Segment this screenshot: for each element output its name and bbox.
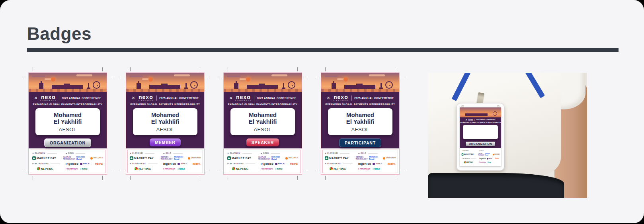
blank-name-area — [463, 125, 498, 139]
crop-mark — [130, 67, 131, 71]
page-title: Badges — [27, 24, 644, 44]
nexo-logo-icon: ✕ — [132, 95, 135, 101]
attendee-organization: AFSOL — [37, 127, 98, 132]
conference-label: 2025 ANNUAL CONFERENCE — [62, 97, 101, 99]
crop-mark — [200, 176, 200, 180]
crop-mark — [325, 176, 326, 180]
logo-discover: DISCOVER — [188, 157, 201, 160]
logo-market-pay: ☘MARKET PAY — [227, 156, 251, 160]
crop-mark — [316, 77, 320, 77]
worn-badge: ✕ nexo | 2025 ANNUAL CONFERENCE EXPANDIN… — [460, 107, 501, 166]
fime-lines-icon: ≡ — [80, 168, 82, 170]
crop-mark — [228, 176, 228, 180]
palace-roof — [64, 84, 70, 85]
crop-mark — [33, 176, 33, 180]
crop-mark — [395, 67, 395, 71]
cloud-shape — [76, 74, 92, 76]
crop-mark — [108, 77, 112, 77]
market-pay-icon: ☘ — [32, 156, 36, 160]
badge-preview-participant[interactable]: ✕ nexo STANDARDS 2025 ANNUAL CONFERENCE … — [321, 73, 399, 174]
attendee-name-card: Mohamed El Yakhlifi AFSOL — [328, 108, 392, 135]
city-sunset-illustration — [460, 107, 501, 117]
logo-fiserv: fiserv. — [290, 162, 298, 165]
palace-silhouette — [52, 85, 83, 89]
crop-mark — [218, 170, 222, 170]
role-pill-organization: ORGANIZATION — [466, 142, 495, 146]
sun-icon — [343, 77, 348, 82]
discover-dot-icon — [90, 157, 93, 160]
crop-mark — [401, 170, 405, 170]
crop-mark — [303, 170, 307, 170]
sponsors-panel: ♛PLATINUM ◆GOLD ☘MARKET PAY CASTLES TECH… — [322, 150, 398, 173]
plus-icon: ✚ — [32, 163, 34, 165]
crop-mark — [121, 170, 125, 170]
logo-bpce: BPCE — [178, 162, 187, 165]
sponsors-panel: ♛PLATINUM ◆GOLD ☘MARKET PAY CASTLES TECH… — [460, 148, 501, 166]
crop-mark — [102, 67, 103, 71]
logo-ingenico: ingenico — [66, 162, 78, 166]
crop-mark — [23, 77, 27, 77]
logo-fime: ≡fime — [373, 168, 380, 170]
attendee-name-card: Mohamed El Yakhlifi AFSOL — [35, 108, 100, 135]
role-pill-organization: ORGANIZATION — [44, 138, 91, 147]
tier-gold: ◆GOLD — [66, 152, 85, 154]
badge-holder: ✕ nexo | 2025 ANNUAL CONFERENCE EXPANDIN… — [457, 103, 504, 171]
badge-card: ✕ nexo STANDARDS 2025 ANNUAL CONFERENCE … — [224, 73, 302, 174]
logo-frenchsys: FrenchSys — [358, 168, 371, 170]
crop-mark — [33, 67, 33, 71]
logo-fime: ≡fime — [275, 168, 283, 170]
crop-mark — [228, 67, 228, 71]
badge-purple-panel: ✕ nexo STANDARDS 2025 ANNUAL CONFERENCE … — [29, 92, 107, 148]
logo-bpce: BPCE — [373, 162, 382, 165]
crop-mark — [303, 77, 307, 77]
logo-bpce: BPCE — [80, 162, 90, 165]
logo-fiserv: fiserv. — [95, 162, 103, 165]
logo-discover: DISCOVER — [90, 157, 103, 160]
nexo-logo-icon: ✕ — [465, 119, 467, 121]
sun-icon — [51, 77, 55, 82]
sponsors-panel: ♛PLATINUM ◆GOLD ☘MARKET PAY CASTLES TECH… — [225, 150, 301, 173]
nexo-wordmark: nexo — [40, 94, 57, 100]
logo-discover: DISCOVER — [285, 157, 298, 160]
logo-nepting: NEPTING — [330, 167, 346, 170]
attendee-name-card: Mohamed El Yakhlifi AFSOL — [133, 108, 197, 135]
logo-ingenico: ingenico — [163, 162, 176, 166]
sponsors-panel: ♛PLATINUM ◆GOLD ☘MARKET PAY CASTLES TECH… — [127, 150, 203, 173]
nexo-logo: ✕ nexo STANDARDS 2025 ANNUAL CONFERENCE — [321, 94, 399, 102]
attendee-name-card: Mohamed El Yakhlifi AFSOL — [230, 108, 295, 135]
crop-mark — [23, 170, 27, 170]
badge-card: ✕ nexo STANDARDS 2025 ANNUAL CONFERENCE … — [29, 73, 107, 174]
logo-monetico: Monetico Retail — [174, 156, 184, 160]
ferris-wheel-icon — [493, 111, 497, 116]
crop-mark — [218, 77, 222, 77]
logo-monetico: Monetico Retail — [76, 156, 87, 160]
nexo-logo: ✕ nexo STANDARDS 2025 ANNUAL CONFERENCE — [224, 94, 302, 102]
nexo-standards-label: STANDARDS — [40, 100, 57, 102]
attendee-last-name: El Yakhlifi — [37, 119, 98, 125]
nepting-pinwheel-icon — [37, 167, 40, 170]
badge-preview-member[interactable]: ✕ nexo STANDARDS 2025 ANNUAL CONFERENCE … — [126, 73, 204, 174]
city-sunset-illustration — [321, 73, 399, 92]
cloud-shape — [32, 75, 45, 77]
nexo-logo-icon: ✕ — [229, 95, 233, 101]
ferris-wheel-hub — [97, 85, 98, 86]
badge-preview-speaker[interactable]: ✕ nexo STANDARDS 2025 ANNUAL CONFERENCE … — [224, 73, 302, 174]
badge-previews: ✕ nexo STANDARDS 2025 ANNUAL CONFERENCE … — [0, 73, 644, 204]
badge-preview-organization[interactable]: ✕ nexo STANDARDS 2025 ANNUAL CONFERENCE … — [29, 73, 107, 174]
crop-mark — [206, 77, 210, 77]
crop-mark — [297, 176, 298, 180]
role-pill-participant: PARTICIPANT — [339, 138, 381, 147]
crop-mark — [130, 176, 131, 180]
bpce-dot-icon — [80, 163, 82, 165]
sun-icon — [246, 77, 250, 82]
city-sunset-illustration — [126, 73, 204, 92]
crop-mark — [395, 176, 395, 180]
water-reflection — [29, 89, 107, 92]
badge-purple-panel: ✕ nexo STANDARDS 2025 ANNUAL CONFERENCE … — [321, 92, 399, 148]
logo-ingenico: ingenico — [358, 162, 371, 166]
sponsors-panel: ♛PLATINUM ◆GOLD ☘MARKET PAY CASTLES TECH… — [30, 150, 105, 173]
badge-worn-photo[interactable]: ✕ nexo | 2025 ANNUAL CONFERENCE EXPANDIN… — [428, 73, 587, 198]
attendee-first-name: Mohamed — [37, 112, 98, 119]
logo-market-pay: ☘MARKET PAY — [325, 156, 349, 160]
nexo-logo-icon: ✕ — [327, 95, 330, 101]
